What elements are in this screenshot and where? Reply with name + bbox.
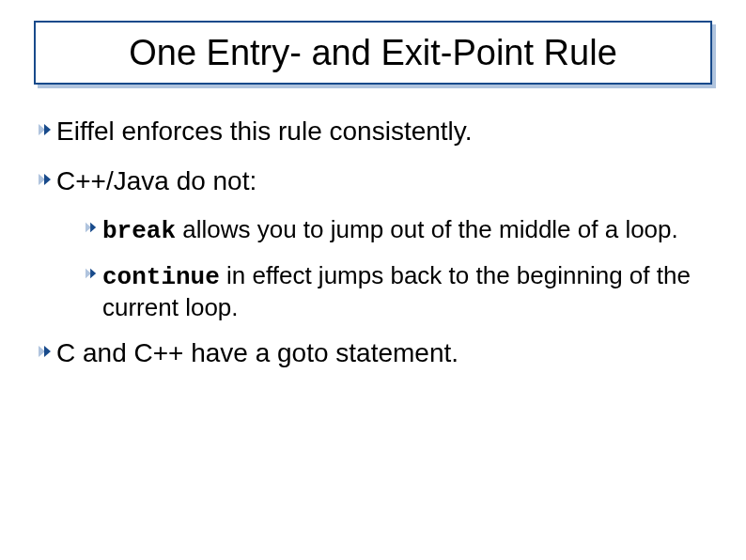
- sub-list: break allows you to jump out of the midd…: [85, 214, 714, 323]
- sub-bullet-rest: allows you to jump out of the middle of …: [176, 215, 678, 243]
- slide-title: One Entry- and Exit-Point Rule: [129, 33, 617, 73]
- bullet-text: Eiffel enforces this rule consistently.: [56, 115, 473, 148]
- svg-marker-4: [85, 223, 91, 232]
- svg-marker-5: [90, 223, 96, 232]
- sub-bullet-text: break allows you to jump out of the midd…: [102, 214, 678, 247]
- sub-bullet-text: continue in effect jumps back to the beg…: [102, 260, 714, 323]
- svg-marker-2: [39, 174, 45, 185]
- list-item: break allows you to jump out of the midd…: [85, 214, 714, 247]
- list-item: Eiffel enforces this rule consistently.: [38, 115, 714, 148]
- list-item: continue in effect jumps back to the beg…: [85, 260, 714, 323]
- svg-marker-3: [44, 174, 51, 185]
- svg-marker-7: [90, 268, 96, 277]
- code-keyword: break: [102, 217, 176, 245]
- bullet-arrow-icon: [38, 345, 53, 358]
- list-item: C and C++ have a goto statement.: [38, 336, 714, 369]
- code-keyword: continue: [102, 263, 220, 291]
- slide-body: Eiffel enforces this rule consistently. …: [38, 115, 714, 386]
- svg-marker-0: [39, 124, 45, 135]
- svg-marker-8: [39, 346, 45, 357]
- bullet-arrow-icon: [85, 222, 98, 233]
- bullet-arrow-icon: [85, 268, 98, 279]
- bullet-arrow-icon: [38, 123, 53, 136]
- bullet-text: C++/Java do not:: [56, 164, 256, 197]
- list-item: C++/Java do not:: [38, 164, 714, 197]
- svg-marker-1: [44, 124, 51, 135]
- bullet-text: C and C++ have a goto statement.: [56, 336, 458, 369]
- slide-title-box: One Entry- and Exit-Point Rule: [34, 21, 712, 85]
- svg-marker-6: [85, 268, 91, 277]
- bullet-arrow-icon: [38, 173, 53, 186]
- svg-marker-9: [44, 346, 51, 357]
